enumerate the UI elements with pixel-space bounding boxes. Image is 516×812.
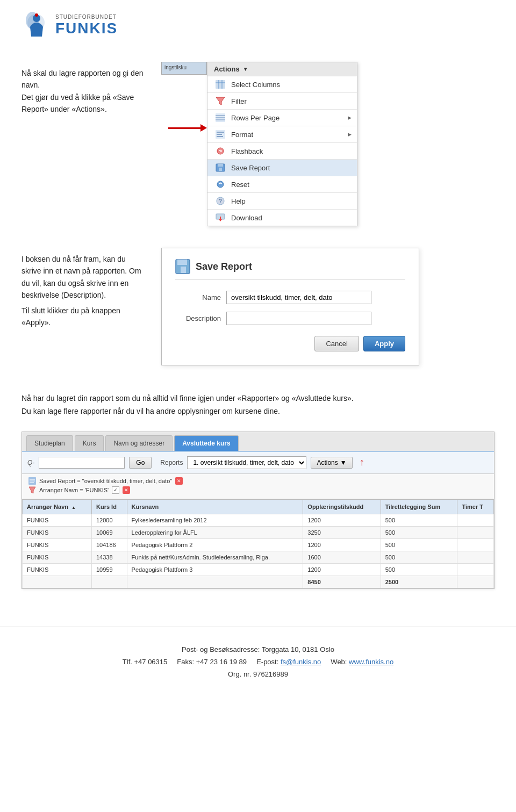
filter-arranger-remove-btn[interactable]: ✕: [123, 486, 130, 494]
cell-arranger-2: FUNKIS: [23, 526, 92, 538]
table-icon: [215, 80, 226, 89]
partial-table-bg: ingstilsku: [161, 62, 207, 75]
go-button[interactable]: Go: [129, 457, 152, 469]
name-label: Name: [175, 293, 221, 301]
section1: Nå skal du lagre rapporten og gi den nav…: [22, 62, 494, 226]
description-input[interactable]: [226, 312, 371, 325]
cell-kursnavn-4: Funkis på nett/KursAdmin. Studieledersam…: [127, 551, 303, 563]
svg-rect-30: [181, 267, 186, 273]
cell-timer-1: [457, 514, 494, 526]
cell-kursnavn-3: Pedagogisk Plattform 2: [127, 538, 303, 551]
cell-kursid-5: 10959: [92, 563, 127, 576]
svg-point-22: [217, 181, 224, 188]
col-kursid-label: Kurs Id: [96, 504, 117, 510]
cell-opplaering-1: 1200: [303, 514, 381, 526]
cell-tilrettelegging-1: 500: [381, 514, 457, 526]
cell-timer-5: [457, 563, 494, 576]
cell-kursid-3: 104186: [92, 538, 127, 551]
svg-marker-8: [216, 97, 225, 105]
col-kursnavn-label: Kursnavn: [132, 504, 159, 510]
sort-arrow-arranger: ▲: [71, 505, 76, 510]
saved-report-filter-icon: [28, 477, 36, 485]
total-tilrettelegging: 2500: [381, 576, 457, 588]
rows-icon: [215, 113, 226, 122]
floppy-disk-icon: [175, 259, 190, 274]
tab-kurs[interactable]: Kurs: [75, 435, 104, 451]
menu-item-format[interactable]: Format: [207, 126, 357, 143]
search-bar: Q- Go Reports 1. oversikt tilskudd, time…: [22, 452, 494, 474]
actions-dropdown-arrow: ▼: [243, 66, 248, 72]
filter-funnel-icon: [28, 486, 36, 494]
help-icon: ?: [215, 197, 226, 205]
cell-tilrettelegging-2: 500: [381, 526, 457, 538]
table-actions-label: Actions: [317, 459, 338, 466]
section2-para1: I boksen du nå får fram, kan du skrive i…: [22, 253, 145, 301]
svg-rect-18: [220, 150, 222, 152]
search-input[interactable]: [39, 457, 125, 469]
menu-item-reset[interactable]: Reset: [207, 176, 357, 193]
name-input[interactable]: [226, 291, 371, 304]
filter-row-saved: Saved Report = "oversikt tilskudd, timer…: [28, 477, 488, 485]
cell-opplaering-3: 1200: [303, 538, 381, 551]
actions-title: Actions: [214, 65, 240, 73]
tabs-bar: Studieplan Kurs Navn og adresser Avslutt…: [22, 432, 494, 452]
col-kursnavn: Kursnavn: [127, 499, 303, 514]
cell-opplaering-4: 1600: [303, 551, 381, 563]
total-empty-1: [23, 576, 92, 588]
menu-item-rows-per-page[interactable]: Rows Per Page: [207, 110, 357, 126]
col-tilrettelegging: Tilrettelegging Sum: [381, 499, 457, 514]
tab-studieplan[interactable]: Studieplan: [26, 435, 73, 451]
menu-item-save-report[interactable]: Save Report: [207, 160, 357, 176]
apply-button[interactable]: Apply: [363, 336, 405, 351]
red-arrow: [168, 124, 207, 132]
dropdown-header: Actions ▼: [207, 62, 357, 76]
section2-para2: Til slutt klikker du på knappen «Apply».: [22, 305, 145, 329]
reports-select[interactable]: 1. oversikt tilskudd, timer, delt, dato: [187, 456, 306, 469]
menu-item-filter[interactable]: Filter: [207, 93, 357, 110]
footer-phone: Tlf. +47 06315: [123, 658, 167, 666]
footer-email-link[interactable]: fs@funkis.no: [281, 658, 321, 666]
cell-arranger-1: FUNKIS: [23, 514, 92, 526]
footer-website-link[interactable]: www.funkis.no: [349, 658, 393, 666]
menu-item-format-label: Format: [231, 131, 253, 139]
tab-avsluttede[interactable]: Avsluttede kurs: [174, 435, 239, 451]
report-container: Studieplan Kurs Navn og adresser Avslutt…: [22, 432, 494, 589]
col-tilrettelegging-label: Tilrettelegging Sum: [385, 504, 440, 510]
reset-icon: [215, 180, 226, 189]
filter-arranger-check[interactable]: ✓: [112, 486, 119, 494]
footer-fax: Faks: +47 23 16 19 89: [177, 658, 247, 666]
table-actions-arrow: ▼: [340, 459, 347, 466]
menu-item-reset-label: Reset: [231, 181, 249, 189]
cell-arranger-4: FUNKIS: [23, 551, 92, 563]
section2-dialog-area: Save Report Name Description Cancel Appl…: [161, 248, 494, 365]
cell-timer-3: [457, 538, 494, 551]
menu-item-save-report-label: Save Report: [231, 164, 270, 172]
cell-opplaering-2: 3250: [303, 526, 381, 538]
menu-item-flashback[interactable]: Flashback: [207, 143, 357, 160]
menu-item-help-label: Help: [231, 197, 246, 205]
data-table: Arrangør Navn ▲ Kurs Id Kursnavn Opplæri…: [22, 499, 494, 588]
cell-timer-4: [457, 551, 494, 563]
logo-top-text: STUDIEFORBUNDET: [55, 14, 118, 20]
col-arranger[interactable]: Arrangør Navn ▲: [23, 499, 92, 514]
footer-org: Org. nr. 976216989: [22, 668, 494, 680]
cancel-button[interactable]: Cancel: [314, 336, 359, 351]
cell-tilrettelegging-4: 500: [381, 551, 457, 563]
menu-item-select-columns[interactable]: Select Columns: [207, 76, 357, 93]
table-row: FUNKIS 10959 Pedagogisk Plattform 3 1200…: [23, 563, 494, 576]
name-field-row: Name: [175, 291, 405, 304]
filter-saved-remove-btn[interactable]: ✕: [175, 477, 183, 485]
tab-navn[interactable]: Navn og adresser: [105, 435, 173, 451]
menu-item-help[interactable]: ? Help: [207, 193, 357, 210]
table-actions-button[interactable]: Actions ▼: [311, 457, 352, 469]
total-empty-3: [127, 576, 303, 588]
col-opplaering: Opplæringstilskudd: [303, 499, 381, 514]
filter-icon: [215, 97, 226, 105]
table-row: FUNKIS 12000 Fylkesledersamling feb 2012…: [23, 514, 494, 526]
section2-text: I boksen du nå får fram, kan du skrive i…: [22, 248, 145, 332]
dialog-title: Save Report: [175, 259, 405, 280]
menu-item-download[interactable]: Download: [207, 210, 357, 226]
filter-saved-text: Saved Report = "oversikt tilskudd, timer…: [39, 478, 172, 484]
menu-item-download-label: Download: [231, 214, 262, 222]
dialog-buttons: Cancel Apply: [175, 336, 405, 351]
